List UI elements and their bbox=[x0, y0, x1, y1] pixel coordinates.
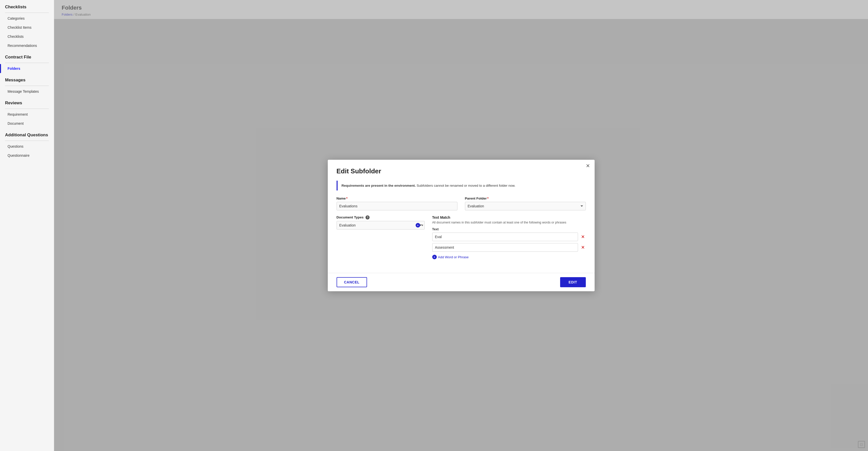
sidebar-section-header-1: Contract File bbox=[0, 50, 54, 62]
parent-folder-group: Parent Folder* Evaluation bbox=[465, 197, 586, 210]
sidebar-item-questions[interactable]: Questions bbox=[0, 142, 54, 151]
sidebar-item-checklist-items[interactable]: Checklist Items bbox=[0, 23, 54, 32]
sidebar-item-folders[interactable]: Folders bbox=[0, 64, 54, 73]
text-input-row: ✕ bbox=[432, 232, 586, 241]
sidebar-section-header-2: Messages bbox=[0, 73, 54, 85]
text-match-label: Text Match bbox=[432, 216, 586, 220]
parent-folder-label: Parent Folder* bbox=[465, 197, 586, 200]
sidebar-item-questionnaire[interactable]: Questionnaire bbox=[0, 151, 54, 160]
sidebar-item-message-templates[interactable]: Message Templates bbox=[0, 87, 54, 96]
sidebar-section-header-3: Reviews bbox=[0, 96, 54, 108]
name-required: * bbox=[346, 197, 347, 200]
cancel-button[interactable]: CANCEL bbox=[337, 277, 367, 287]
alert-requirements: Requirements are present in the environm… bbox=[337, 181, 586, 191]
edit-subfolder-dialog: ✕ Edit Subfolder Requirements are presen… bbox=[328, 160, 595, 291]
sidebar-item-categories[interactable]: Categories bbox=[0, 14, 54, 23]
name-label: Name* bbox=[337, 197, 457, 200]
name-group: Name* bbox=[337, 197, 457, 210]
text-col-header: Text bbox=[432, 227, 586, 231]
edit-button[interactable]: EDIT bbox=[560, 277, 586, 287]
text-match-group: Text Match All document names in this su… bbox=[432, 216, 586, 260]
document-types-select-wrap: Evaluation + ▾ bbox=[337, 221, 425, 229]
name-parent-row: Name* Parent Folder* Evaluation bbox=[337, 197, 586, 210]
text-input-row: ✕ bbox=[432, 243, 586, 252]
sidebar-item-checklists[interactable]: Checklists bbox=[0, 32, 54, 41]
remove-text-row-0-button[interactable]: ✕ bbox=[580, 234, 586, 239]
add-word-phrase-button[interactable]: + Add Word or Phrase bbox=[432, 254, 469, 260]
sidebar-section-header-0: Checklists bbox=[0, 0, 54, 11]
add-phrase-icon: + bbox=[432, 255, 437, 259]
sidebar-divider-4 bbox=[5, 141, 49, 141]
text-match-desc: All document names in this subfolder mus… bbox=[432, 221, 586, 225]
sidebar-item-recommendations[interactable]: Recommendations bbox=[0, 41, 54, 50]
dialog-title: Edit Subfolder bbox=[337, 167, 586, 175]
doc-types-text-match-row: Document Types ? Evaluation + ▾ bbox=[337, 216, 586, 260]
add-document-type-icon[interactable]: + bbox=[415, 223, 420, 227]
dialog-body: Edit Subfolder Requirements are present … bbox=[328, 160, 595, 273]
text-rows-container: ✕✕ bbox=[432, 232, 586, 252]
parent-folder-required: * bbox=[487, 197, 489, 200]
parent-folder-select[interactable]: Evaluation bbox=[465, 202, 586, 210]
dialog-close-button[interactable]: ✕ bbox=[586, 163, 590, 168]
document-types-icons: + ▾ bbox=[415, 223, 423, 227]
sidebar: ChecklistsCategoriesChecklist ItemsCheck… bbox=[0, 0, 54, 451]
alert-bold: Requirements are present in the environm… bbox=[342, 184, 416, 188]
add-phrase-label: Add Word or Phrase bbox=[438, 255, 469, 259]
dialog-footer: CANCEL EDIT bbox=[328, 273, 595, 291]
sidebar-section-header-4: Additional Questions bbox=[0, 128, 54, 140]
main-content: Folders Folders / Evaluation ✕ Edit Subf… bbox=[54, 0, 868, 451]
sidebar-divider-0 bbox=[5, 12, 49, 13]
name-input[interactable] bbox=[337, 202, 457, 210]
document-types-select[interactable]: Evaluation bbox=[337, 221, 425, 229]
sidebar-divider-1 bbox=[5, 63, 49, 63]
sidebar-item-document[interactable]: Document bbox=[0, 119, 54, 128]
text-input-0[interactable] bbox=[432, 232, 578, 241]
remove-text-row-1-button[interactable]: ✕ bbox=[580, 245, 586, 250]
alert-text: Subfolders cannot be renamed or moved to… bbox=[416, 184, 515, 188]
sidebar-item-requirement[interactable]: Requirement bbox=[0, 110, 54, 119]
text-input-1[interactable] bbox=[432, 243, 578, 252]
modal-overlay: ✕ Edit Subfolder Requirements are presen… bbox=[54, 0, 868, 451]
chevron-down-icon[interactable]: ▾ bbox=[422, 224, 423, 227]
document-types-group: Document Types ? Evaluation + ▾ bbox=[337, 216, 425, 229]
document-types-help-icon[interactable]: ? bbox=[366, 216, 370, 220]
sidebar-divider-2 bbox=[5, 86, 49, 86]
sidebar-divider-3 bbox=[5, 109, 49, 109]
document-types-label: Document Types ? bbox=[337, 216, 425, 220]
